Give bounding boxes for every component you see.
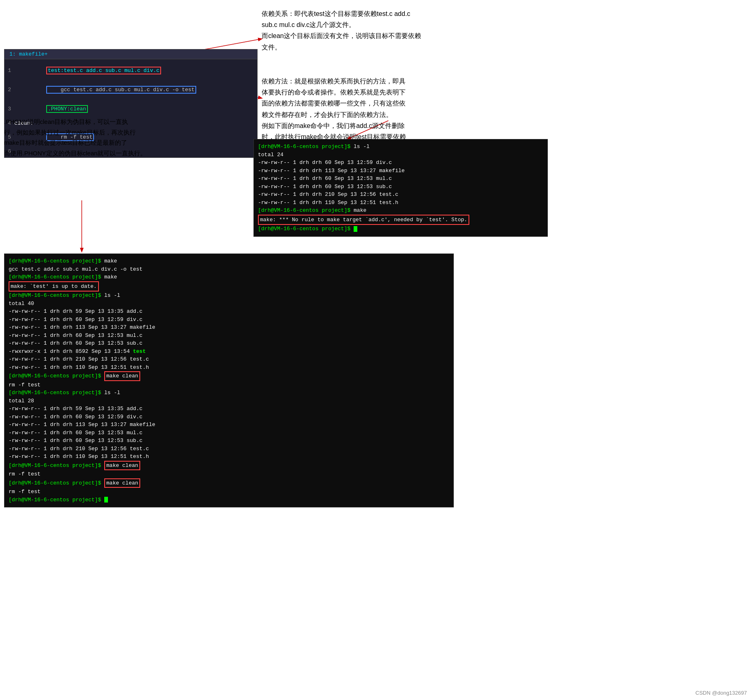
term-top-line-error: make: *** No rule to make target `add.c'… xyxy=(258,215,543,225)
bt-line-24: -rw-rw-r-- 1 drh drh 210 Sep 13 12:56 te… xyxy=(9,445,449,453)
line-content-2: gcc test.c add.c sub.c mul.c div.c -o te… xyxy=(14,81,257,99)
editor-tab: 1: makefile+ xyxy=(4,49,257,59)
page-container: 1: makefile+ 1 test:test.c add.c sub.c m… xyxy=(0,0,751,700)
bt-line-5: [drh@VM-16-6-centos project]$ ls -l xyxy=(9,292,449,300)
annotation-phony: .PHONY说明clean目标为伪目标，可以一直执 行，例如如果执行过一次mak… xyxy=(4,117,180,158)
term-top-line-5: -rw-rw-r-- 1 drh drh 60 Sep 13 12:53 mul… xyxy=(258,175,543,183)
bt-line-2: gcc test.c add.c sub.c mul.c div.c -o te… xyxy=(9,265,449,274)
term-top-line-6: -rw-rw-r-- 1 drh drh 60 Sep 13 12:53 sub… xyxy=(258,183,543,191)
line-content-1: test:test.c add.c sub.c mul.c div.c xyxy=(14,61,257,80)
bt-line-8: -rw-rw-r-- 1 drh drh 60 Sep 13 12:59 div… xyxy=(9,316,449,324)
bt-line-20: -rw-rw-r-- 1 drh drh 60 Sep 13 12:59 div… xyxy=(9,413,449,421)
bt-line-11: -rw-rw-r-- 1 drh drh 60 Sep 13 12:53 sub… xyxy=(9,339,449,348)
editor-line-1: 1 test:test.c add.c sub.c mul.c div.c xyxy=(4,61,257,80)
terminal-bottom: [drh@VM-16-6-centos project]$ make gcc t… xyxy=(4,254,454,507)
annotation-dependency-relation: 依赖关系：即代表test这个目标需要依赖test.c add.c sub.c m… xyxy=(262,8,491,53)
line-num-3: 3 xyxy=(4,106,14,112)
annotation-dep-relation-text: 依赖关系：即代表test这个目标需要依赖test.c add.c sub.c m… xyxy=(262,10,421,51)
bt-line-7: -rw-rw-r-- 1 drh drh 59 Sep 13 13:35 add… xyxy=(9,307,449,316)
bt-line-12: -rwxrwxr-x 1 drh drh 8592 Sep 13 13:54 t… xyxy=(9,348,449,356)
bt-line-27: rm -f test xyxy=(9,470,449,478)
term-top-line-4: -rw-rw-r-- 1 drh drh 113 Sep 13 13:27 ma… xyxy=(258,167,543,175)
term-top-line-9: [drh@VM-16-6-centos project]$ make xyxy=(258,206,543,215)
bt-line-17: [drh@VM-16-6-centos project]$ ls -l xyxy=(9,389,449,397)
bt-line-25: -rw-rw-r-- 1 drh drh 110 Sep 13 12:51 te… xyxy=(9,453,449,461)
bt-line-18: total 28 xyxy=(9,397,449,405)
watermark: CSDN @dong132697 xyxy=(695,690,747,696)
bt-line-13: -rw-rw-r-- 1 drh drh 210 Sep 13 12:56 te… xyxy=(9,355,449,363)
bt-line-15: [drh@VM-16-6-centos project]$ make clean xyxy=(9,371,449,381)
bt-line-26: [drh@VM-16-6-centos project]$ make clean xyxy=(9,461,449,471)
bt-line-10: -rw-rw-r-- 1 drh drh 60 Sep 13 12:53 mul… xyxy=(9,332,449,340)
line-num-1: 1 xyxy=(4,67,14,74)
bt-line-9: -rw-rw-r-- 1 drh drh 113 Sep 13 13:27 ma… xyxy=(9,323,449,332)
bt-line-1: [drh@VM-16-6-centos project]$ make xyxy=(9,257,449,265)
bt-line-6: total 40 xyxy=(9,300,449,308)
bt-line-23: -rw-rw-r-- 1 drh drh 60 Sep 13 12:53 sub… xyxy=(9,437,449,445)
terminal-top: [drh@VM-16-6-centos project]$ ls -l tota… xyxy=(253,139,548,237)
bt-line-29: rm -f test xyxy=(9,488,449,496)
bt-line-14: -rw-rw-r-- 1 drh drh 110 Sep 13 12:51 te… xyxy=(9,363,449,372)
bt-line-4: make: `test' is up to date. xyxy=(9,281,449,292)
editor-line-3: 3 .PHONY:clean xyxy=(4,99,257,119)
term-top-line-3: -rw-rw-r-- 1 drh drh 60 Sep 13 12:59 div… xyxy=(258,159,543,167)
line-content-3: .PHONY:clean xyxy=(14,100,257,118)
bt-line-3: [drh@VM-16-6-centos project]$ make xyxy=(9,273,449,281)
bt-line-16: rm -f test xyxy=(9,381,449,389)
bt-line-22: -rw-rw-r-- 1 drh drh 60 Sep 13 12:53 mul… xyxy=(9,429,449,437)
editor-line-2: 2 gcc test.c add.c sub.c mul.c div.c -o … xyxy=(4,80,257,99)
term-top-line-2: total 24 xyxy=(258,151,543,159)
annotation-phony-text: .PHONY说明clean目标为伪目标，可以一直执 行，例如如果执行过一次mak… xyxy=(4,118,146,157)
term-top-line-1: [drh@VM-16-6-centos project]$ ls -l xyxy=(258,143,543,151)
term-top-line-cursor: [drh@VM-16-6-centos project]$ xyxy=(258,225,543,233)
bt-line-19: -rw-rw-r-- 1 drh drh 59 Sep 13 13:35 add… xyxy=(9,405,449,413)
bt-line-28: [drh@VM-16-6-centos project]$ make clean xyxy=(9,478,449,488)
bt-line-30: [drh@VM-16-6-centos project]$ xyxy=(9,496,449,504)
term-top-line-7: -rw-rw-r-- 1 drh drh 210 Sep 13 12:56 te… xyxy=(258,191,543,199)
term-top-line-8: -rw-rw-r-- 1 drh drh 110 Sep 13 12:51 te… xyxy=(258,199,543,207)
line-num-2: 2 xyxy=(4,87,14,93)
bt-line-21: -rw-rw-r-- 1 drh drh 113 Sep 13 13:27 ma… xyxy=(9,421,449,429)
